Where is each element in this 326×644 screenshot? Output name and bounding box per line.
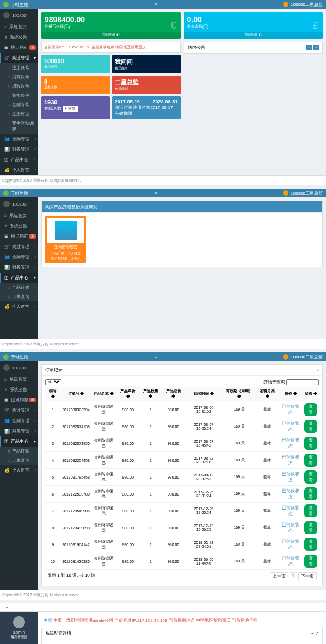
sidebar-item-buy[interactable]: 🛒购过管理‹ <box>0 242 38 252</box>
chevron-left-icon: ‹ <box>34 265 36 270</box>
search-input[interactable] <box>286 379 319 385</box>
sidebar-item-finance[interactable]: 📊财务管理‹ <box>0 426 38 436</box>
cart-icon: 🛒 <box>4 55 10 60</box>
avatar[interactable] <box>283 354 288 360</box>
next-button[interactable]: › <box>313 45 319 50</box>
view-link[interactable]: 已付款状态 <box>282 556 299 567</box>
col-header[interactable]: 编号 ◆ <box>45 387 60 401</box>
breadcrumb-home[interactable]: 主页 <box>44 618 52 623</box>
sidebar-submenu: ○注册账号 ○消耗账号 ○增改账号 ○替换条件 ○金购管号 ○注册历史 ○安全驱… <box>0 63 38 134</box>
avatar[interactable] <box>283 2 288 7</box>
cube-icon: ▣ <box>4 234 9 239</box>
sidebar-item-notice[interactable]: ♬系统公告 <box>0 221 38 231</box>
sidebar-item-finance[interactable]: 📊财务管理‹ <box>0 144 38 154</box>
close-icon[interactable]: × <box>316 368 319 373</box>
menu-toggle-icon[interactable]: ≡ <box>152 191 159 196</box>
sidebar-item-wealth[interactable]: 💰个人财富‹ <box>0 301 38 312</box>
view-link[interactable]: 已付款状态 <box>282 522 299 533</box>
sidebar-item-wealth[interactable]: 💰个人财富‹ <box>0 165 38 175</box>
minimize-icon[interactable]: − <box>311 631 314 636</box>
col-header[interactable]: 逻辑分类 ◆ <box>256 387 279 401</box>
sidebar-item-home[interactable]: ⌂系统首页 <box>0 210 38 221</box>
sidebar-item-ext[interactable]: ▣提点销存新 <box>0 395 38 405</box>
sidebar-item-home[interactable]: ⌂系统首页 <box>0 374 38 385</box>
sub-order[interactable]: ○产品订购 <box>0 447 38 456</box>
sidebar-item-gold[interactable]: 👥金购管理‹ <box>0 134 38 144</box>
col-header[interactable]: 订单号 ◆ <box>60 387 91 401</box>
menu-toggle-icon[interactable]: ≡ <box>152 355 159 360</box>
sub-modify[interactable]: ○增改账号 <box>0 82 38 91</box>
sidebar-item-wealth[interactable]: 💰个人财富‹ <box>0 465 38 475</box>
pager-prev[interactable]: 上一页 <box>270 572 288 580</box>
minimize-icon[interactable]: − <box>313 368 316 373</box>
chart-icon: 📊 <box>4 429 10 434</box>
sub-security[interactable]: ○安全驱动编码 <box>0 119 38 134</box>
view-link[interactable]: 已付款状态 <box>282 488 299 499</box>
menu-toggle-icon[interactable]: ≡ <box>152 2 159 7</box>
view-link[interactable]: 已付款状态 <box>282 438 299 449</box>
sidebar-item-product[interactable]: ◫产品中心▾ <box>0 436 38 447</box>
sidebar-item-product[interactable]: ◫产品中心‹ <box>0 154 38 165</box>
status-tag: 查看 <box>304 470 317 484</box>
col-header[interactable]: 操作 ◆ <box>279 387 303 401</box>
view-link[interactable]: 已付款状态 <box>282 421 299 432</box>
col-header[interactable]: 产品总价 ◆ <box>162 387 185 401</box>
pager-page[interactable]: 1 <box>290 572 297 580</box>
sidebar-item-notice[interactable]: ♬系统公告 <box>0 385 38 395</box>
sidebar-item-ext[interactable]: ▣提点销存新 <box>0 42 38 53</box>
sub-history[interactable]: ○注册历史 <box>0 109 38 119</box>
col-header[interactable]: 状态 ◆ <box>303 387 319 401</box>
table-row: 62017122599780金刚防寒暖巴980.001980.002017-12… <box>45 486 319 503</box>
pager-next[interactable]: 下一页 <box>298 572 317 580</box>
footer: Copyright © 2017 华联云购 All rights reserve… <box>0 339 326 349</box>
table-row: 22017082074158金刚防寒暖巴980.001980.002017-08… <box>45 418 319 435</box>
expand-icon[interactable]: ⤢ <box>315 631 319 636</box>
avatar[interactable] <box>283 190 288 196</box>
product-card[interactable]: 生物防寒暖巴 产品分类：个人模块 报产数级别：业务人 <box>45 216 86 263</box>
sub-query[interactable]: ○订单查询 <box>0 456 38 465</box>
bonus-detail-link[interactable]: 币则明细 ◐ <box>184 32 323 39</box>
refresh-button[interactable]: + 重新 <box>63 106 78 112</box>
col-header[interactable]: 购买时间 ◆ <box>185 387 223 401</box>
prev-button[interactable]: ‹ <box>306 45 312 50</box>
sidebar-item-finance[interactable]: 📊财务管理‹ <box>0 262 38 273</box>
view-link[interactable]: 已付款状态 <box>282 539 299 550</box>
col-header[interactable]: 有效期（周期） ◆ <box>223 387 256 401</box>
sub-goldmgr[interactable]: ○金购管号 <box>0 100 38 109</box>
view-link[interactable]: 已付款状态 <box>282 505 299 516</box>
sidebar-item-notice[interactable]: ♬系统公告 <box>0 32 38 42</box>
sidebar-item-gold[interactable]: 👥金购管理‹ <box>0 252 38 262</box>
balance-detail-link[interactable]: 币则明细 ◐ <box>41 32 181 39</box>
col-header[interactable]: 产品名称 ◆ <box>91 387 116 401</box>
sidebar-item-home[interactable]: ⌂系统首页 <box>0 22 38 32</box>
sub-replace[interactable]: ○替换条件 <box>0 91 38 100</box>
admin-role: 最高管理员 <box>4 635 34 640</box>
table-row: 42017082254458金刚防寒暖巴980.001980.002017-08… <box>45 452 319 469</box>
col-header[interactable]: 产品单价 ◆ <box>116 387 139 401</box>
bonus-label: 奖金余额(元) <box>187 24 320 29</box>
sidebar-item-buy[interactable]: 🛒购过管理▾ <box>0 53 38 63</box>
sidebar-item-gold[interactable]: 👥金购管理‹ <box>0 416 38 426</box>
pager-info: 显示 1 到 10 道, 共 10 道 <box>47 572 95 580</box>
product-level: 报产数级别：业务人 <box>47 256 84 261</box>
col-header[interactable]: 产品数量 ◆ <box>139 387 162 401</box>
chevron-left-icon: ‹ <box>34 418 36 423</box>
chevron-down-icon: ▾ <box>34 439 36 444</box>
topbar: ≡ <box>0 603 326 612</box>
sub-consume[interactable]: ○消耗账号 <box>0 72 38 82</box>
dot-icon: ○ <box>8 84 10 89</box>
view-link[interactable]: 已付款状态 <box>282 472 299 482</box>
sidebar-item-ext[interactable]: ▣提点销存新 <box>0 231 38 242</box>
view-link[interactable]: 已付款状态 <box>282 455 299 466</box>
status-tag: 查看 <box>304 521 317 534</box>
sidebar-item-buy[interactable]: 🛒购过管理‹ <box>0 405 38 416</box>
view-link[interactable]: 已付款状态 <box>282 404 299 415</box>
menu-toggle-icon[interactable]: ≡ <box>3 605 11 610</box>
sub-register[interactable]: ○注册账号 <box>0 63 38 72</box>
sub-order[interactable]: ○产品订购 <box>0 283 38 292</box>
dot-icon: ○ <box>8 112 10 116</box>
sub-query[interactable]: ○订单查询 <box>0 292 38 301</box>
user-role[interactable]: 100800二星总监 <box>291 2 323 8</box>
page-size-select[interactable]: 10 <box>45 379 61 385</box>
sidebar-item-product[interactable]: ◫产品中心▾ <box>0 273 38 283</box>
